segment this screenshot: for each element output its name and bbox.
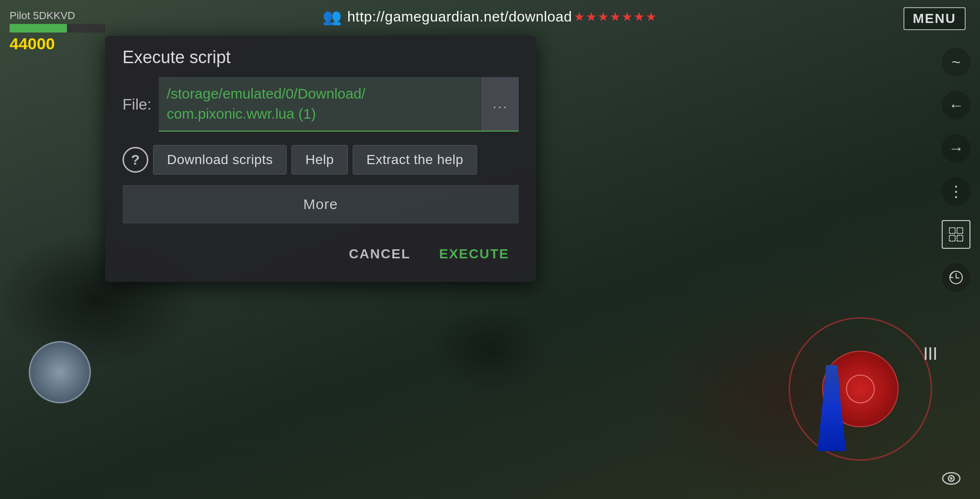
file-path-input[interactable]: /storage/emulated/0/Download/com.pixonic… (159, 77, 481, 131)
more-button[interactable]: More (122, 185, 519, 223)
execute-script-dialog: Execute script File: /storage/emulated/0… (105, 36, 536, 282)
file-input-wrapper: /storage/emulated/0/Download/com.pixonic… (159, 77, 519, 132)
help-button[interactable]: Help (291, 145, 348, 175)
browse-button[interactable]: ... (482, 77, 519, 131)
execute-button[interactable]: EXECUTE (430, 241, 519, 267)
dialog-footer: CANCEL EXECUTE (105, 231, 536, 267)
action-buttons-row: ? Download scripts Help Extract the help (122, 145, 519, 175)
cancel-button[interactable]: CANCEL (339, 241, 420, 267)
help-circle-button[interactable]: ? (122, 147, 148, 173)
download-scripts-button[interactable]: Download scripts (153, 145, 287, 175)
dialog-content: File: /storage/emulated/0/Download/com.p… (105, 77, 536, 231)
dialog-backdrop: Execute script File: /storage/emulated/0… (0, 0, 980, 499)
dialog-title: Execute script (105, 36, 536, 77)
file-label: File: (122, 77, 159, 132)
extract-help-button[interactable]: Extract the help (353, 145, 478, 175)
file-row: File: /storage/emulated/0/Download/com.p… (122, 77, 519, 132)
